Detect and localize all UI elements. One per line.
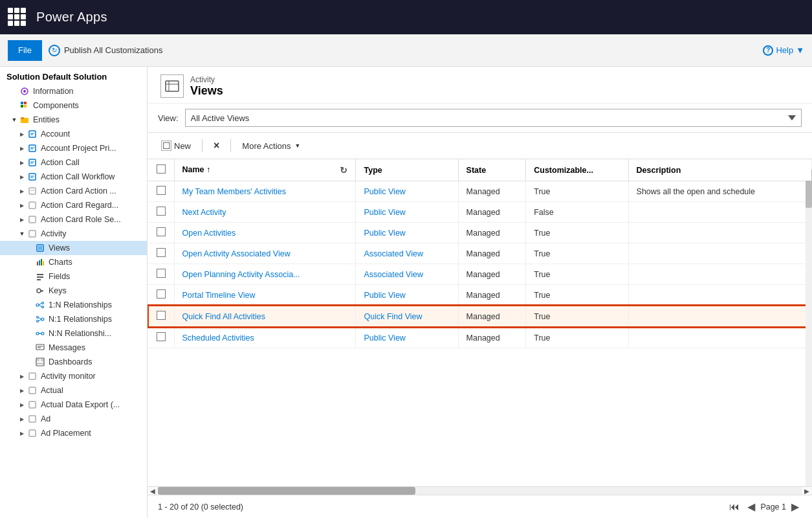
row-state: Managed: [458, 223, 526, 243]
row-name[interactable]: Portal Timeline View: [174, 285, 356, 306]
row-checkbox[interactable]: [148, 202, 174, 223]
checkbox[interactable]: [157, 269, 166, 278]
checkbox[interactable]: [157, 227, 166, 236]
row-checkbox[interactable]: [148, 223, 174, 243]
svg-rect-32: [43, 261, 44, 265]
sidebar-item-ad[interactable]: ▶ Ad: [0, 412, 147, 426]
sidebar-item-fields[interactable]: Fields: [0, 269, 147, 284]
sidebar-item-action-card-role[interactable]: ▶ Action Card Role Se...: [0, 212, 147, 227]
table-row[interactable]: Portal Timeline ViewPublic ViewManagedTr…: [148, 285, 811, 306]
first-page-button[interactable]: ⏮: [727, 501, 742, 513]
col-name[interactable]: Name ↑ ↻: [174, 159, 356, 181]
sidebar-item-action-call[interactable]: ▶ Action Call: [0, 155, 147, 170]
row-checkbox[interactable]: [148, 181, 174, 202]
row-name[interactable]: Open Planning Activity Associa...: [174, 264, 356, 285]
help-icon: ?: [763, 45, 773, 56]
row-checkbox[interactable]: [148, 264, 174, 285]
table-row[interactable]: Next ActivityPublic ViewManagedFalse: [148, 202, 811, 223]
sidebar-item-1n-rel[interactable]: 1:N Relationships: [0, 298, 147, 312]
sidebar-item-messages[interactable]: Messages: [0, 341, 147, 355]
checkbox[interactable]: [157, 289, 166, 298]
row-name[interactable]: Next Activity: [174, 202, 356, 223]
sidebar-item-actual[interactable]: ▶ Actual: [0, 383, 147, 398]
sidebar-item-charts[interactable]: Charts: [0, 255, 147, 269]
sidebar-item-entities[interactable]: ▼ Entities: [0, 113, 147, 127]
row-checkbox[interactable]: [148, 306, 174, 327]
col-check: [148, 159, 174, 181]
table-row[interactable]: Open Planning Activity Associa...Associa…: [148, 264, 811, 285]
name-link[interactable]: Quick Find All Activities: [182, 312, 266, 321]
sidebar-item-account[interactable]: ▶ Account: [0, 127, 147, 141]
table-row[interactable]: My Team Members' ActivitiesPublic ViewMa…: [148, 181, 811, 202]
sidebar-item-activity-monitor[interactable]: ▶ Activity monitor: [0, 369, 147, 383]
row-name[interactable]: Quick Find All Activities: [174, 306, 356, 327]
prev-page-button[interactable]: ◀: [745, 501, 758, 513]
delete-button[interactable]: ×: [208, 137, 225, 155]
name-link[interactable]: Portal Timeline View: [182, 291, 256, 300]
checkbox[interactable]: [157, 332, 166, 341]
row-name[interactable]: Open Activities: [174, 223, 356, 243]
sidebar-item-action-call-workflow[interactable]: ▶ Action Call Workflow: [0, 170, 147, 184]
svg-rect-3: [24, 102, 27, 104]
row-name[interactable]: Open Activity Associated View: [174, 243, 356, 264]
sidebar-item-action-card-action[interactable]: ▶ Action Card Action ...: [0, 184, 147, 198]
row-name[interactable]: My Team Members' Activities: [174, 181, 356, 202]
sidebar-item-action-card-regard[interactable]: ▶ Action Card Regard...: [0, 198, 147, 212]
publish-button[interactable]: ↻ Publish All Customizations: [49, 45, 162, 56]
row-name[interactable]: Scheduled Activities: [174, 327, 356, 348]
more-actions-button[interactable]: More Actions ▼: [236, 137, 306, 155]
svg-rect-62: [29, 416, 36, 422]
name-link[interactable]: My Team Members' Activities: [182, 187, 287, 196]
col-state[interactable]: State: [458, 159, 526, 181]
table-row[interactable]: Scheduled ActivitiesPublic ViewManagedTr…: [148, 327, 811, 348]
arrow-icon: ▼: [10, 116, 18, 124]
sidebar-item-account-project[interactable]: ▶ Account Project Pri...: [0, 141, 147, 155]
sidebar-item-information[interactable]: Information: [0, 84, 147, 98]
view-select[interactable]: All Active Views: [185, 109, 802, 127]
table-row[interactable]: Quick Find All ActivitiesQuick Find View…: [148, 306, 811, 327]
name-link[interactable]: Open Activity Associated View: [182, 249, 291, 258]
table-row[interactable]: Open ActivitiesPublic ViewManagedTrue: [148, 223, 811, 243]
sidebar-item-components[interactable]: Components: [0, 98, 147, 113]
v-scrollbar[interactable]: [806, 159, 812, 486]
scroll-left-button[interactable]: ◀: [148, 488, 158, 495]
sidebar-item-activity[interactable]: ▼ Activity: [0, 227, 147, 241]
help-button[interactable]: ? Help ▼: [763, 45, 804, 56]
svg-line-42: [39, 304, 41, 306]
sidebar-item-dashboards[interactable]: Dashboards: [0, 355, 147, 369]
sidebar-item-actual-data-export[interactable]: ▶ Actual Data Export (...: [0, 398, 147, 412]
name-link[interactable]: Scheduled Activities: [182, 333, 254, 343]
row-checkbox[interactable]: [148, 243, 174, 264]
checkbox[interactable]: [157, 248, 166, 257]
name-link[interactable]: Open Activities: [182, 229, 236, 238]
name-link[interactable]: Next Activity: [182, 208, 226, 217]
sidebar-item-keys[interactable]: Keys: [0, 284, 147, 298]
row-state: Managed: [458, 181, 526, 202]
svg-rect-14: [29, 159, 36, 166]
row-customizable: True: [526, 285, 628, 306]
h-scrollbar-thumb[interactable]: [158, 487, 415, 495]
new-button[interactable]: ☐ New: [155, 137, 197, 155]
waffle-icon[interactable]: [8, 8, 27, 27]
next-page-button[interactable]: ▶: [789, 501, 802, 513]
sidebar-item-views[interactable]: Views: [0, 241, 147, 255]
refresh-icon[interactable]: ↻: [340, 165, 347, 175]
svg-point-45: [37, 317, 39, 319]
h-scrollbar[interactable]: [158, 487, 802, 495]
checkbox[interactable]: [157, 186, 166, 195]
scroll-right-button[interactable]: ▶: [802, 488, 812, 495]
col-type[interactable]: Type: [356, 159, 458, 181]
table-row[interactable]: Open Activity Associated ViewAssociated …: [148, 243, 811, 264]
col-description[interactable]: Description: [628, 159, 811, 181]
sidebar-item-nn-rel[interactable]: N:N Relationshi...: [0, 326, 147, 341]
row-checkbox[interactable]: [148, 327, 174, 348]
col-customizable[interactable]: Customizable...: [526, 159, 628, 181]
sidebar-item-ad-placement[interactable]: ▶ Ad Placement: [0, 426, 147, 440]
file-button[interactable]: File: [8, 40, 42, 61]
arrow-icon: [26, 330, 34, 337]
checkbox[interactable]: [157, 207, 166, 216]
checkbox[interactable]: [157, 311, 166, 320]
sidebar-item-n1-rel[interactable]: N:1 Relationships: [0, 312, 147, 326]
row-checkbox[interactable]: [148, 285, 174, 306]
name-link[interactable]: Open Planning Activity Associa...: [182, 270, 300, 279]
